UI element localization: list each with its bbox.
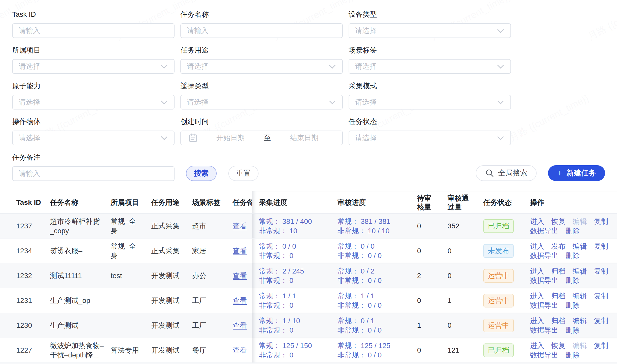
action-delete-link[interactable]: 删除 xyxy=(565,326,580,334)
table-row: 1227微波炉加热食物–干扰–depth降...算法专用开发测试餐厅查看常规： … xyxy=(0,338,617,363)
action-enter-link[interactable]: 进入 xyxy=(530,217,544,225)
reset-button[interactable]: 重置 xyxy=(228,166,259,181)
end-date-placeholder: 结束日期 xyxy=(273,133,335,143)
action-archive-link[interactable]: 归档 xyxy=(551,292,565,300)
action-copy-link[interactable]: 复制 xyxy=(594,267,608,275)
regular-progress: 常规： 2 / 245 xyxy=(259,266,304,276)
action-data-export-link[interactable]: 数据导出 xyxy=(530,351,558,359)
view-remark-link[interactable]: 查看 xyxy=(233,296,247,305)
cell-pending-count: 0 xyxy=(415,296,442,305)
task-name-input[interactable] xyxy=(180,23,343,38)
action-data-export-link[interactable]: 数据导出 xyxy=(530,326,558,334)
action-data-export-link[interactable]: 数据导出 xyxy=(530,277,558,284)
cell-scene-tag: 工厂 xyxy=(192,321,230,330)
status-badge: 运营中 xyxy=(483,269,514,283)
action-archive-link[interactable]: 归档 xyxy=(551,267,565,275)
calendar-icon xyxy=(188,133,198,143)
view-remark-link[interactable]: 查看 xyxy=(233,246,247,256)
action-copy-link[interactable]: 复制 xyxy=(594,317,608,325)
chevron-down-icon xyxy=(161,98,167,104)
cell-task-id: 1237 xyxy=(0,221,50,231)
action-copy-link[interactable]: 复制 xyxy=(594,242,608,250)
action-restore-link[interactable]: 恢复 xyxy=(551,342,565,350)
device-type-select[interactable]: 请选择 xyxy=(349,23,511,38)
collect-progress: 常规： 1 / 10非常规： 0 xyxy=(252,316,337,335)
regular-progress: 常规： 0 / 0 xyxy=(259,242,296,251)
regular-progress: 常规： 125 / 150 xyxy=(259,341,312,350)
operate-object-select[interactable]: 请选择 xyxy=(12,131,175,145)
table-row: 1237超市冷鲜柜补货_copy常规–全身正式采集超市查看常规： 381 / 4… xyxy=(0,214,617,239)
status-badge: 运营中 xyxy=(483,319,514,332)
chevron-down-icon xyxy=(497,62,504,68)
regular-progress: 常规： 381 / 400 xyxy=(259,217,312,226)
action-publish-link[interactable]: 发布 xyxy=(551,242,565,250)
action-delete-link[interactable]: 删除 xyxy=(565,351,580,359)
teleop-type-select[interactable]: 请选择 xyxy=(180,95,343,110)
action-copy-link[interactable]: 复制 xyxy=(594,217,608,225)
action-archive-link[interactable]: 归档 xyxy=(551,317,565,325)
search-button[interactable]: 搜索 xyxy=(186,166,217,181)
action-edit-link[interactable]: 编辑 xyxy=(573,292,587,300)
collect-mode-select[interactable]: 请选择 xyxy=(349,95,511,110)
action-data-export-link[interactable]: 数据导出 xyxy=(530,301,558,309)
status-badge: 已归档 xyxy=(483,219,514,233)
task-purpose-select[interactable]: 请选择 xyxy=(180,59,343,74)
task-id-input[interactable] xyxy=(12,23,175,38)
atomic-ability-select[interactable]: 请选择 xyxy=(12,95,175,110)
action-delete-link[interactable]: 删除 xyxy=(565,252,580,260)
action-data-export-link[interactable]: 数据导出 xyxy=(530,252,558,260)
action-delete-link[interactable]: 删除 xyxy=(565,227,580,235)
filter-label-collect-mode: 采集模式 xyxy=(349,82,511,90)
action-restore-link[interactable]: 恢复 xyxy=(551,217,565,225)
action-copy-link[interactable]: 复制 xyxy=(594,342,608,350)
filter-label-device-type: 设备类型 xyxy=(349,10,511,19)
cell-actions: 进入恢复编辑复制数据导出删除 xyxy=(530,341,617,360)
action-edit-link[interactable]: 编辑 xyxy=(573,242,587,250)
column-header-scene: 场景标签 xyxy=(192,198,230,207)
regular-progress: 常规： 125 / 125 xyxy=(337,341,390,350)
view-remark-link[interactable]: 查看 xyxy=(233,221,247,231)
global-search-button[interactable]: 全局搜索 xyxy=(476,165,537,181)
action-enter-link[interactable]: 进入 xyxy=(530,342,544,350)
date-separator: 至 xyxy=(261,133,273,143)
scene-tag-select[interactable]: 请选择 xyxy=(349,59,511,74)
cell-actions: 进入归档编辑复制数据导出删除 xyxy=(530,291,617,310)
irregular-progress: 非常规： 0 xyxy=(259,301,296,310)
view-remark-link[interactable]: 查看 xyxy=(233,271,247,280)
irregular-progress: 非常规： 0 / 0 xyxy=(337,276,382,285)
filter-field-operate-object: 操作物体请选择 xyxy=(12,117,175,145)
clipped-next-row xyxy=(0,363,617,364)
cell-task-remark: 查看 xyxy=(230,271,252,280)
action-enter-link[interactable]: 进入 xyxy=(530,267,544,275)
action-delete-link[interactable]: 删除 xyxy=(565,301,580,309)
filter-label-task-id: Task ID xyxy=(12,10,175,19)
project-select[interactable]: 请选择 xyxy=(12,59,175,74)
action-edit-link[interactable]: 编辑 xyxy=(573,267,587,275)
task-status-select[interactable]: 请选择 xyxy=(349,131,511,145)
action-enter-link[interactable]: 进入 xyxy=(530,292,544,300)
column-header-purpose: 任务用途 xyxy=(151,198,192,207)
regular-progress: 常规： 1 / 10 xyxy=(259,316,300,325)
task-remark-input[interactable] xyxy=(12,166,175,181)
filter-label-task-status: 任务状态 xyxy=(349,117,511,126)
irregular-progress: 非常规： 0 xyxy=(259,276,304,285)
filter-label-project: 所属项目 xyxy=(12,46,175,54)
action-enter-link[interactable]: 进入 xyxy=(530,317,544,325)
view-remark-link[interactable]: 查看 xyxy=(233,345,247,355)
chevron-down-icon xyxy=(329,98,335,104)
view-remark-link[interactable]: 查看 xyxy=(233,321,247,330)
cell-pending-count: 0 xyxy=(415,345,442,355)
table-body: 1237超市冷鲜柜补货_copy常规–全身正式采集超市查看常规： 381 / 4… xyxy=(0,214,617,364)
cell-task-id: 1227 xyxy=(0,345,50,355)
action-edit-link[interactable]: 编辑 xyxy=(573,317,587,325)
new-task-button[interactable]: + 新建任务 xyxy=(548,165,605,181)
action-enter-link[interactable]: 进入 xyxy=(530,242,544,250)
chevron-down-icon xyxy=(161,134,167,140)
action-data-export-link[interactable]: 数据导出 xyxy=(530,227,558,235)
create-time-daterange[interactable]: 开始日期至结束日期 xyxy=(180,131,343,145)
cell-task-remark: 查看 xyxy=(230,246,252,256)
cell-approved-count: 1 xyxy=(442,296,483,305)
regular-progress: 常规： 0 / 1 xyxy=(337,316,382,325)
action-copy-link[interactable]: 复制 xyxy=(594,292,608,300)
action-delete-link[interactable]: 删除 xyxy=(565,277,580,284)
